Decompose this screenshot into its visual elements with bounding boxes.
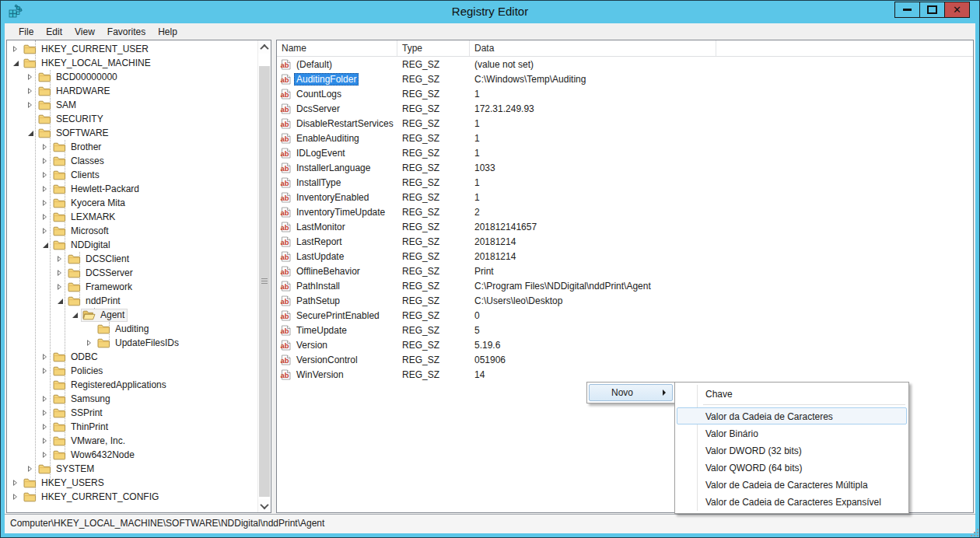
submenu-item-valor-de-cadeia-de-caracteres-m-ltipla[interactable]: Valor de Cadeia de Caracteres Múltipla (677, 476, 907, 493)
minimize-button[interactable] (894, 2, 920, 18)
submenu-item-valor-dword-32-bits[interactable]: Valor DWORD (32 bits) (677, 442, 907, 459)
expand-icon[interactable] (86, 339, 94, 348)
expand-icon[interactable] (26, 73, 35, 82)
expand-icon[interactable] (41, 423, 50, 431)
tree-item-brother[interactable]: Brother (7, 140, 257, 154)
value-row-enableauditing[interactable]: abEnableAuditingREG_SZ1 (277, 131, 973, 145)
expand-icon[interactable] (41, 367, 50, 376)
scroll-up-button[interactable] (258, 40, 271, 54)
expand-icon[interactable] (41, 171, 50, 180)
column-header-data[interactable]: Data (470, 40, 716, 56)
value-name[interactable]: InventoryEnabled (294, 191, 371, 204)
tree-item-dcsserver[interactable]: DCSServer (7, 266, 257, 280)
column-header-name[interactable]: Name (277, 40, 397, 56)
tree-item-samsung[interactable]: Samsung (7, 392, 257, 406)
submenu-item-valor-bin-rio[interactable]: Valor Binário (677, 424, 907, 442)
submenu-item-chave[interactable]: Chave (677, 385, 907, 402)
value-row-lastmonitor[interactable]: abLastMonitorREG_SZ201812141657 (277, 219, 973, 234)
menubar-item-edit[interactable]: Edit (40, 25, 68, 39)
value-name[interactable]: DcsServer (294, 103, 342, 115)
value-row-dcsserver[interactable]: abDcsServerREG_SZ172.31.249.93 (277, 101, 973, 116)
value-name[interactable]: DisableRestartServices (294, 117, 396, 130)
value-row-pathsetup[interactable]: abPathSetupREG_SZC:\Users\leo\Desktop (277, 293, 973, 308)
value-row-version[interactable]: abVersionREG_SZ5.19.6 (277, 337, 973, 352)
value-name[interactable]: OfflineBehavior (294, 265, 362, 278)
expand-icon[interactable] (12, 479, 20, 487)
value-row-idlogevent[interactable]: abIDLogEventREG_SZ1 (277, 145, 973, 160)
value-row-inventoryenabled[interactable]: abInventoryEnabledREG_SZ1 (277, 190, 973, 204)
value-name[interactable]: VersionControl (294, 354, 360, 366)
menubar-item-file[interactable]: File (12, 25, 40, 39)
collapse-icon[interactable] (41, 241, 50, 250)
tree-item-hardware[interactable]: HARDWARE (7, 84, 257, 98)
collapse-icon[interactable] (71, 311, 79, 320)
tree-item-hewlett-packard[interactable]: Hewlett-Packard (7, 182, 257, 196)
tree-item-nddprint[interactable]: nddPrint (7, 294, 257, 308)
expand-icon[interactable] (56, 283, 65, 292)
expand-icon[interactable] (41, 157, 50, 166)
value-name[interactable]: PathSetup (294, 295, 342, 307)
tree-item-auditing[interactable]: Auditing (7, 322, 257, 336)
tree-item-agent[interactable]: Agent (7, 308, 257, 322)
expand-icon[interactable] (41, 213, 50, 222)
tree-item-policies[interactable]: Policies (7, 364, 257, 378)
value-name[interactable]: InstallType (294, 176, 343, 189)
expand-icon[interactable] (41, 395, 50, 404)
value-name[interactable]: TimeUpdate (294, 324, 349, 337)
value-row-installtype[interactable]: abInstallTypeREG_SZ1 (277, 175, 973, 190)
tree-item-software[interactable]: SOFTWARE (7, 126, 257, 140)
tree-item-vmware-inc[interactable]: VMware, Inc. (7, 434, 257, 448)
submenu-item-valor-da-cadeia-de-caracteres[interactable]: Valor da Cadeia de Caracteres (677, 407, 907, 424)
value-name[interactable]: Version (294, 339, 330, 351)
tree-item-odbc[interactable]: ODBC (7, 350, 257, 364)
scroll-down-button[interactable] (258, 499, 271, 512)
value-name[interactable]: InventoryTimeUpdate (294, 206, 387, 218)
resize-grip-icon[interactable] (971, 529, 972, 530)
expand-icon[interactable] (41, 409, 50, 417)
tree-item-clients[interactable]: Clients (7, 168, 257, 182)
value-row-inventorytimeupdate[interactable]: abInventoryTimeUpdateREG_SZ2 (277, 204, 973, 219)
tree-item-hkey-current-config[interactable]: HKEY_CURRENT_CONFIG (7, 490, 257, 504)
tree-item-hkey-local-machine[interactable]: HKEY_LOCAL_MACHINE (7, 56, 257, 70)
value-row-installerlanguage[interactable]: abInstallerLanguageREG_SZ1033 (277, 160, 973, 175)
menubar-item-help[interactable]: Help (152, 25, 184, 39)
tree-item-ssprint[interactable]: SSPrint (7, 406, 257, 420)
menubar-item-favorites[interactable]: Favorites (101, 25, 152, 39)
expand-icon[interactable] (26, 465, 35, 473)
submenu-item-valor-qword-64-bits[interactable]: Valor QWORD (64 bits) (677, 459, 907, 476)
expand-icon[interactable] (41, 451, 50, 459)
value-name[interactable]: LastReport (294, 236, 345, 248)
collapse-icon[interactable] (56, 297, 65, 306)
expand-icon[interactable] (26, 87, 35, 96)
tree-item-dcsclient[interactable]: DCSClient (7, 252, 257, 266)
tree-item-microsoft[interactable]: Microsoft (7, 224, 257, 238)
value-row-versioncontrol[interactable]: abVersionControlREG_SZ051906 (277, 352, 973, 367)
value-row-secureprintenabled[interactable]: abSecurePrintEnabledREG_SZ0 (277, 308, 973, 323)
tree-item-thinprint[interactable]: ThinPrint (7, 420, 257, 434)
expand-icon[interactable] (12, 45, 20, 54)
tree-item-nddigital[interactable]: NDDigital (7, 238, 257, 252)
value-row-default[interactable]: ab(Default)REG_SZ(value not set) (277, 57, 973, 72)
maximize-button[interactable] (919, 2, 945, 18)
expand-icon[interactable] (41, 143, 50, 152)
tree-item-security[interactable]: SECURITY (7, 112, 257, 126)
value-name[interactable]: WinVersion (294, 369, 346, 381)
context-menu-item-new[interactable]: Novo (589, 384, 673, 401)
tree-item-updatefilesids[interactable]: UpdateFilesIDs (7, 336, 257, 350)
tree-item-hkey-current-user[interactable]: HKEY_CURRENT_USER (7, 42, 257, 56)
expand-icon[interactable] (12, 493, 20, 501)
collapse-icon[interactable] (26, 129, 35, 138)
value-name[interactable]: InstallerLanguage (294, 162, 373, 174)
tree-item-lexmark[interactable]: LEXMARK (7, 210, 257, 224)
value-row-winversion[interactable]: abWinVersionREG_SZ14 (277, 367, 973, 382)
value-row-disablerestartservices[interactable]: abDisableRestartServicesREG_SZ1 (277, 116, 973, 131)
tree-item-classes[interactable]: Classes (7, 154, 257, 168)
expand-icon[interactable] (41, 353, 50, 362)
value-name[interactable]: LastMonitor (294, 221, 348, 233)
value-name[interactable]: (Default) (294, 58, 334, 71)
tree-item-system[interactable]: SYSTEM (7, 462, 257, 476)
tree-item-sam[interactable]: SAM (7, 98, 257, 112)
tree-item-bcd00000000[interactable]: BCD00000000 (7, 70, 257, 84)
value-row-timeupdate[interactable]: abTimeUpdateREG_SZ5 (277, 323, 973, 337)
expand-icon[interactable] (56, 269, 65, 278)
